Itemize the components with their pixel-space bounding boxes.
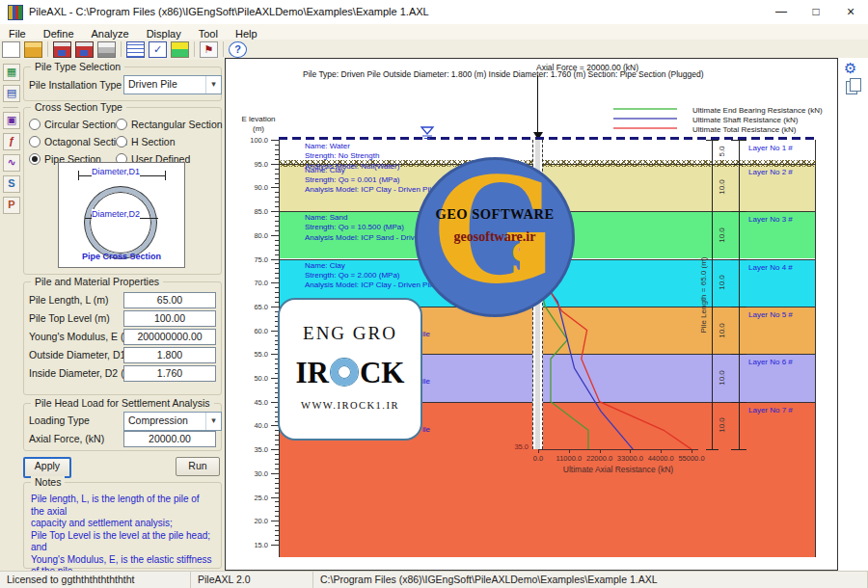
elevation-tick xyxy=(275,501,279,502)
toolbar-separator xyxy=(194,41,195,57)
radio-circular-section[interactable]: Circular Section xyxy=(29,119,116,130)
maximize-button[interactable]: □ xyxy=(799,0,833,24)
radio-label: Rectangular Section xyxy=(131,119,223,130)
menu-item-file[interactable]: File xyxy=(0,27,35,40)
elevation-tick xyxy=(275,430,279,431)
layer-no-label: Layer No 7 # xyxy=(748,406,793,414)
elevation-tick xyxy=(275,454,279,455)
copy-pages-icon[interactable] xyxy=(846,81,857,94)
elevation-tick xyxy=(275,221,279,222)
menu-item-tool[interactable]: Tool xyxy=(190,27,227,40)
pile-top-level-input[interactable]: 100.00 xyxy=(123,310,216,327)
elevation-tick-label: 30.0 xyxy=(239,469,268,478)
pile-installation-type-select[interactable]: Driven Pile ▾ xyxy=(123,75,222,94)
radio-h-section[interactable]: H Section xyxy=(116,136,176,147)
toolbar-separator xyxy=(223,41,224,57)
elevation-tick xyxy=(275,149,279,150)
gear-icon[interactable]: ⚙ xyxy=(844,60,856,77)
elevation-tick-label: 100.0 xyxy=(239,136,268,145)
elevation-tick xyxy=(271,497,279,498)
menu-item-define[interactable]: Define xyxy=(35,27,83,40)
elevation-tick xyxy=(271,545,279,546)
elevation-tick xyxy=(275,493,279,494)
elevation-tick-label: 75.0 xyxy=(239,255,268,264)
layer-info-fragment: ile xyxy=(422,330,430,339)
new-file-icon[interactable] xyxy=(2,41,20,58)
tz-curve-icon[interactable]: ∿ xyxy=(3,154,20,172)
elevation-tick-label: 25.0 xyxy=(239,494,268,502)
pipe-circle xyxy=(85,187,156,258)
soil-table-icon[interactable]: ▦ xyxy=(3,64,20,81)
elevation-tick xyxy=(271,449,279,450)
run-flag-icon[interactable]: ⚑ xyxy=(200,41,218,58)
elevation-tick xyxy=(275,145,279,146)
elevation-tick-label: 60.0 xyxy=(239,327,268,335)
pile-installation-type-label: Pile Installation Type xyxy=(29,79,122,91)
elevation-tick-label: 80.0 xyxy=(239,231,268,240)
outside-diameter-input[interactable]: 1.800 xyxy=(123,347,216,363)
pipe-cross-section-diagram: Diameter,D1 Diameter,D2 Pipe Cross Secti… xyxy=(58,162,185,268)
elevation-tick xyxy=(275,506,279,507)
legend-row: Ultimate Shaft Resistance (kN) xyxy=(613,109,823,119)
youngs-modulus-input[interactable]: 200000000.00 xyxy=(123,329,216,345)
right-gutter: ⚙ xyxy=(838,58,868,571)
radio-dot xyxy=(29,119,41,130)
elevation-tick xyxy=(275,268,279,269)
display-layers-icon[interactable] xyxy=(171,41,189,58)
geo-watermark-title: GEO SOFTWARE xyxy=(418,206,572,223)
elevation-tick xyxy=(271,211,279,212)
py-curve-icon[interactable]: P xyxy=(3,197,20,214)
analysis-options-icon[interactable]: ✓ xyxy=(149,41,167,58)
elevation-tick xyxy=(271,307,279,307)
menu-item-help[interactable]: Help xyxy=(227,27,266,40)
elevation-tick xyxy=(271,473,279,474)
menu-item-analyze[interactable]: Analyze xyxy=(83,27,138,40)
run-button[interactable]: Run xyxy=(176,457,220,476)
chevron-down-icon[interactable]: ▾ xyxy=(205,76,221,94)
soil-layers-table-icon[interactable] xyxy=(126,41,145,58)
elevation-tick xyxy=(271,164,279,165)
minimize-button[interactable]: — xyxy=(764,0,799,24)
axial-force-input[interactable]: 20000.00 xyxy=(123,431,216,447)
group-title: Notes xyxy=(31,476,65,488)
print-icon[interactable] xyxy=(97,41,116,58)
open-folder-icon[interactable] xyxy=(24,41,42,58)
radio-label: H Section xyxy=(131,136,176,147)
help-icon[interactable]: ? xyxy=(229,41,247,58)
layer-info-text: Name: Clay Strength: Qo = 2.000 (MPa) An… xyxy=(305,261,435,291)
d1-label: Diameter,D1 xyxy=(92,167,140,176)
inside-diameter-input[interactable]: 1.760 xyxy=(123,365,216,382)
pile-info-block: Pile Type: Driven Pile Outside Diameter:… xyxy=(303,69,704,80)
elevation-tick xyxy=(275,435,279,436)
notes-group: Notes Pile length, L, is the length of t… xyxy=(23,482,222,569)
elevation-tick xyxy=(275,154,279,155)
chevron-down-icon[interactable]: ▾ xyxy=(205,413,221,430)
selected-value: Driven Pile xyxy=(128,78,177,90)
pile-section-icon[interactable]: ▣ xyxy=(3,112,20,129)
elevation-tick xyxy=(275,468,279,469)
close-button[interactable]: × xyxy=(833,0,868,24)
fz-curve-icon[interactable]: ƒ xyxy=(3,133,20,150)
group-title: Cross Section Type xyxy=(31,101,126,113)
elevation-tick xyxy=(275,230,279,231)
radio-octagonal-section[interactable]: Octagonal Section xyxy=(29,136,127,147)
apply-button[interactable]: Apply xyxy=(23,457,71,478)
loading-type-select[interactable]: Compression ▾ xyxy=(123,412,222,431)
qz-curve-icon[interactable]: S xyxy=(3,175,20,193)
group-title: Pile and Material Properties xyxy=(31,276,163,287)
pile-length-input[interactable]: 65.00 xyxy=(123,292,216,308)
app-window: PileAXL - C:\Program Files (x86)\IGEngSo… xyxy=(0,0,868,588)
irock-brand: IRCK xyxy=(280,356,420,390)
layer-info-fragment: ile xyxy=(422,425,430,435)
elevation-tick xyxy=(275,197,279,198)
loading-type-label: Loading Type xyxy=(29,414,90,426)
save-icon[interactable] xyxy=(53,41,71,58)
resistance-axis-title: Ultimate Axial Resistance (kN) xyxy=(536,465,700,474)
elevation-tick xyxy=(275,440,279,441)
menu-item-display[interactable]: Display xyxy=(138,27,190,40)
settings-panel: Pile Type Selection Pile Installation Ty… xyxy=(21,60,225,571)
radio-rectangular-section[interactable]: Rectangular Section xyxy=(116,119,223,130)
layer-no-label: Layer No 1 # xyxy=(748,144,793,152)
pile-table-icon[interactable]: ▤ xyxy=(3,85,20,102)
save-as-icon[interactable] xyxy=(75,41,94,58)
